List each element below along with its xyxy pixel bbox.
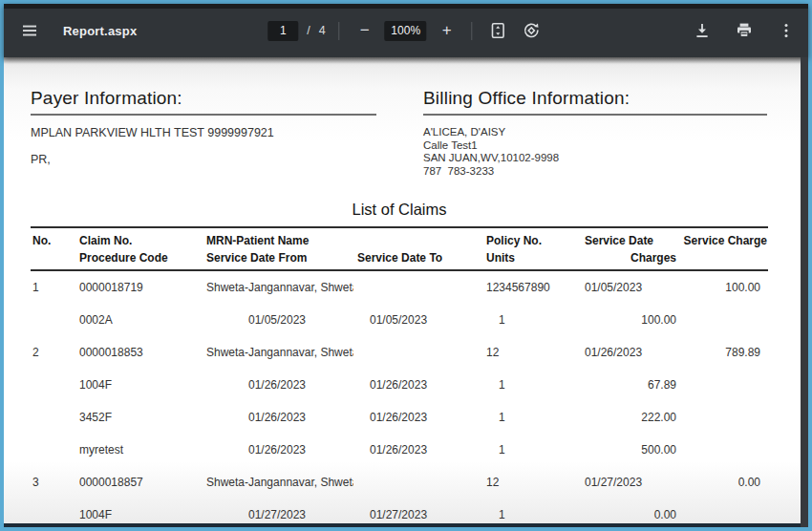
column-header: Charges	[575, 249, 678, 270]
fit-to-page-button[interactable]	[486, 18, 511, 43]
page-number-input[interactable]: 1	[267, 21, 298, 41]
table-cell: Shweta-Jangannavar, Shweta C	[201, 336, 353, 369]
billing-office-block: Billing Office Information: A'LICEA, D'A…	[423, 88, 767, 178]
pdf-page-viewport: Payer Information: MPLAN PARKVIEW HLTH T…	[4, 57, 808, 527]
menu-button[interactable]	[17, 18, 42, 43]
zoom-level-input[interactable]: 100%	[385, 21, 427, 41]
zoom-out-button[interactable]: −	[353, 19, 376, 42]
pdf-page: Payer Information: MPLAN PARKVIEW HLTH T…	[4, 57, 801, 527]
table-cell: 1	[480, 369, 575, 401]
table-cell	[678, 369, 768, 401]
print-icon	[735, 21, 754, 40]
table-cell	[353, 336, 480, 369]
table-cell: myretest	[78, 434, 201, 466]
table-header-row: Procedure CodeService Date FromService D…	[31, 249, 768, 270]
vertical-scrollbar[interactable]	[801, 57, 808, 527]
column-header: Service Charge	[678, 227, 768, 249]
column-header: Service Date To	[353, 249, 480, 270]
claims-table-head: No.Claim No.MRN-Patient NamePolicy No.Se…	[31, 227, 768, 270]
table-cell: 01/26/2023	[353, 401, 480, 434]
table-cell: 500.00	[575, 434, 678, 466]
procedure-row: 0002A01/05/202301/05/20231100.00	[31, 304, 768, 336]
table-cell: 0000018857	[78, 466, 201, 499]
billing-phone: 787 783-3233	[423, 165, 767, 179]
hamburger-menu-icon	[20, 21, 39, 40]
procedure-row: myretest01/26/202301/26/20231500.00	[31, 434, 768, 466]
claim-row: 20000018853Shweta-Jangannavar, Shweta C1…	[31, 336, 768, 369]
table-cell: 1	[31, 270, 78, 304]
table-cell: 0.00	[678, 466, 768, 499]
zoom-in-button[interactable]: +	[436, 19, 459, 42]
table-header-row: No.Claim No.MRN-Patient NamePolicy No.Se…	[31, 227, 768, 249]
toolbar-center-controls: 1 / 4 − 100% +	[267, 18, 544, 43]
window-bottom-edge	[4, 523, 801, 527]
table-cell	[31, 401, 78, 434]
column-header	[678, 249, 768, 270]
table-cell	[678, 401, 768, 434]
column-header: Service Date From	[201, 249, 353, 270]
download-icon	[693, 21, 712, 40]
table-cell: 3	[31, 466, 78, 499]
print-button[interactable]	[732, 18, 757, 43]
page-separator: /	[307, 24, 310, 37]
table-cell	[678, 434, 768, 466]
pdf-toolbar: Report.aspx 1 / 4 − 100% +	[4, 4, 808, 57]
table-cell: 12	[480, 466, 575, 499]
table-cell: 67.89	[575, 369, 678, 401]
claims-table-body: 10000018719Shweta-Jangannavar, Shweta C1…	[31, 270, 768, 527]
table-cell	[31, 434, 78, 466]
table-cell: 789.89	[678, 336, 768, 369]
table-cell: 12	[480, 336, 575, 369]
table-cell: 100.00	[575, 304, 678, 336]
payer-state: PR,	[31, 153, 376, 166]
column-header	[353, 227, 480, 249]
billing-address-line1: Calle Test1	[423, 139, 767, 153]
column-header: Service Date	[575, 227, 678, 249]
info-section: Payer Information: MPLAN PARKVIEW HLTH T…	[4, 88, 801, 201]
column-header: No.	[31, 227, 78, 249]
column-header: Units	[480, 249, 575, 270]
table-cell: 01/26/2023	[201, 434, 353, 466]
table-cell: 3452F	[78, 401, 201, 434]
table-cell: 01/26/2023	[353, 369, 480, 401]
table-cell: 01/26/2023	[201, 401, 353, 434]
toolbar-divider	[472, 22, 473, 40]
fit-to-page-icon	[489, 21, 508, 40]
rotate-button[interactable]	[520, 18, 545, 43]
table-cell: 01/27/2023	[575, 466, 678, 499]
pdf-viewer-window: Report.aspx 1 / 4 − 100% +	[0, 0, 812, 531]
table-cell	[31, 369, 78, 401]
billing-contact-name: A'LICEA, D'AISY	[423, 126, 767, 139]
claims-list-title: List of Claims	[31, 201, 768, 219]
table-cell: 1234567890	[480, 270, 575, 304]
table-cell: 0000018719	[78, 270, 201, 304]
procedure-row: 1004F01/26/202301/26/2023167.89	[31, 369, 768, 401]
table-cell	[353, 466, 480, 499]
column-header: Procedure Code	[78, 249, 201, 270]
download-button[interactable]	[690, 18, 715, 43]
table-cell: 1	[480, 401, 575, 434]
table-cell: 01/05/2023	[575, 270, 678, 304]
table-cell: 01/05/2023	[353, 304, 480, 336]
more-options-button[interactable]	[774, 18, 799, 43]
screenshot-stage: Report.aspx 1 / 4 − 100% +	[0, 0, 812, 531]
table-cell: 1	[480, 304, 575, 336]
document-title: Report.aspx	[63, 24, 137, 38]
table-cell: 1004F	[78, 369, 201, 401]
column-header	[31, 249, 78, 270]
table-cell: Shweta-Jangannavar, Shweta C	[201, 270, 353, 304]
billing-heading: Billing Office Information:	[423, 88, 767, 116]
page-total: 4	[319, 24, 326, 37]
claim-row: 10000018719Shweta-Jangannavar, Shweta C1…	[31, 270, 768, 304]
table-cell: 0002A	[78, 304, 201, 336]
table-cell: 01/26/2023	[575, 336, 678, 369]
table-cell: Shweta-Jangannavar, Shweta C	[201, 466, 353, 499]
column-header: MRN-Patient Name	[201, 227, 353, 249]
table-cell	[678, 304, 768, 336]
payer-heading: Payer Information:	[31, 88, 376, 116]
table-cell: 100.00	[678, 270, 768, 304]
claims-table: No.Claim No.MRN-Patient NamePolicy No.Se…	[31, 226, 768, 527]
table-cell: 01/05/2023	[201, 304, 353, 336]
payer-information-block: Payer Information: MPLAN PARKVIEW HLTH T…	[31, 88, 376, 180]
table-cell	[31, 304, 78, 336]
